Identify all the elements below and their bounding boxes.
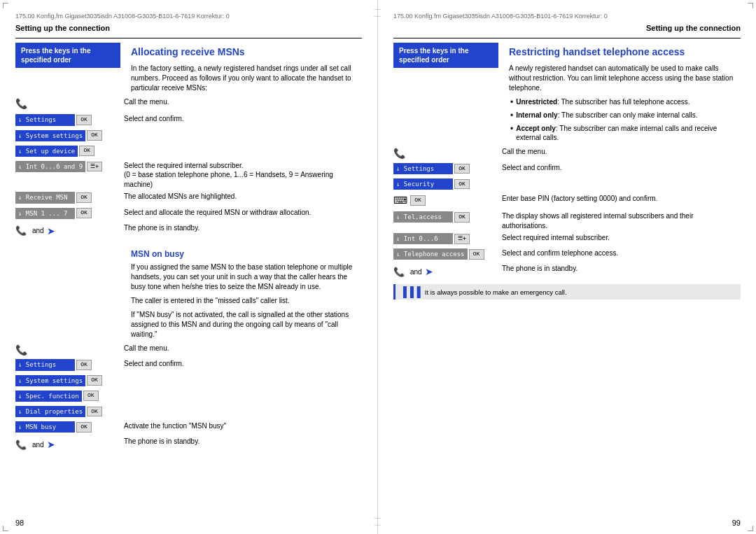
right-instr-telaccess: The display shows all registered interna… — [502, 211, 741, 230]
menu-row-rcvmsn: ↓ Receive MSN OK — [15, 192, 124, 203]
msn-instr-standby-2: The phone is in standby. — [124, 437, 362, 447]
right-phone-icon-1: 📞 — [393, 148, 405, 159]
bullet-text-2: Internal only: The subscriber can only m… — [516, 111, 697, 120]
right-left-panel-col: Press the keys in the specified order — [393, 43, 502, 147]
right-instr-telephone-access: Select and confirm telephone access. — [502, 248, 741, 258]
and-label-2: and — [32, 440, 44, 450]
msn-ok-specfn: OK — [83, 391, 99, 401]
menu-settings: ↓ Settings — [15, 114, 75, 125]
right-and-label: and — [410, 267, 422, 277]
and-label-1: and — [32, 226, 44, 236]
msn-ok-dialprop: OK — [87, 407, 102, 417]
msn-menu-row-specfn: ↓ Spec. function OK — [15, 391, 124, 402]
left-section-heading: Setting up the connection — [15, 24, 362, 32]
right-step-left-phone: 📞 — [393, 147, 502, 160]
step-row-rcvmsn: ↓ Receive MSN OK The allocated MSNs are … — [15, 192, 362, 204]
step-left-settings: ↓ Settings OK — [15, 114, 124, 127]
step-left-msn17: ↓ MSN 1 ... 7 OK — [15, 208, 124, 220]
msn-instr-settings: Select and confirm. — [124, 359, 362, 369]
step-left-rcvmsn: ↓ Receive MSN OK — [15, 192, 124, 204]
subsection2-title: MSN on busy — [131, 249, 362, 259]
msn-step-row-dialprop: ↓ Dial properties OK — [15, 406, 362, 419]
phone-and-2: 📞 — [15, 439, 27, 451]
msn-busy-header: MSN on busy If you assigned the same MSN… — [15, 244, 362, 344]
phone-icon-1: 📞 — [15, 97, 27, 111]
msn-step-row-settings: ↓ Settings OK Select and confirm. — [15, 359, 362, 372]
bullet-text-3: Accept only: The subscriber can make int… — [516, 124, 741, 143]
right-instr-settings: Select and confirm. — [502, 163, 741, 173]
menu-row-syssettings: ↓ System settings OK — [15, 130, 124, 141]
right-step-row-telephone-access: ↓ Telephone access OK Select and confirm… — [393, 248, 741, 261]
info-bar: ▐▐▐ It is always possible to make an eme… — [393, 284, 741, 300]
menu-row-msn17: ↓ MSN 1 ... 7 OK — [15, 208, 124, 219]
bullet-unrestricted: • Unrestricted: The subscriber has full … — [510, 97, 741, 108]
ok-settings: OK — [76, 115, 92, 125]
msn-busy-left-spacer — [15, 244, 124, 344]
right-arrow: ➤ — [425, 265, 433, 279]
subsection2-body1: If you assigned the same MSN to the base… — [131, 262, 362, 292]
right-step-row-telaccess: ↓ Tel.access OK The display shows all re… — [393, 211, 741, 230]
and-row-2: 📞 and ➤ — [15, 438, 124, 451]
msn-menu-row-msnbusy: ↓ MSN busy OK — [15, 421, 124, 433]
right-ok-settings: OK — [454, 164, 470, 174]
msn-menu-dialprop: ↓ Dial properties — [15, 406, 85, 417]
right-step-left-security: ↓ Security OK — [393, 178, 502, 191]
arrow-2: ➤ — [47, 438, 55, 451]
right-page: 175.00 Konfig.fm Gigaset3035isdn A31008-… — [378, 0, 756, 534]
right-menu-security: ↓ Security — [393, 178, 453, 190]
right-section-heading-wrapper: Setting up the connection — [393, 24, 741, 38]
step-instr-0: Call the menu. — [124, 97, 362, 107]
instr-msn17: Select and allocate the required MSN or … — [124, 208, 362, 218]
msn-step-left-settings: ↓ Settings OK — [15, 359, 124, 372]
msn-menu-row-settings: ↓ Settings OK — [15, 359, 124, 370]
msn-step-left-phone: 📞 — [15, 344, 124, 357]
right-step-row-pin: ⌨ OK Enter base PIN (factory setting 000… — [393, 194, 741, 209]
right-menu-row-telaccess: ↓ Tel.access OK — [393, 211, 502, 223]
step-row-settings: ↓ Settings OK Select and confirm. — [15, 114, 362, 127]
right-menu-row-pin: ⌨ OK — [393, 194, 502, 207]
steps-section1: 📞 Call the menu. ↓ Settings OK Select an… — [15, 97, 362, 239]
right-menu-row-settings: ↓ Settings OK — [393, 163, 502, 174]
instr-rcvmsn: The allocated MSNs are highlighted. — [124, 192, 362, 202]
phone-and-1: 📞 — [15, 225, 27, 237]
msn-menu-row-syssettings: ↓ System settings OK — [15, 375, 124, 386]
menu-syssettings: ↓ System settings — [15, 130, 85, 141]
right-subsection1-intro: A newly registered handset can automatic… — [509, 64, 741, 93]
ok-rcvmsn: OK — [76, 192, 92, 203]
bullet-text-1: Unrestricted: The subscriber has full te… — [516, 97, 690, 107]
instr-int069: Select the required internal subscriber.… — [124, 161, 362, 190]
subsection1-title: Allocating receive MSNs — [131, 45, 362, 59]
menu-rcvmsn: ↓ Receive MSN — [15, 192, 75, 203]
right-content-area: Press the keys in the specified order Re… — [393, 43, 741, 147]
msn-instr-msnbusy: Activate the function "MSN busy" — [124, 421, 362, 431]
right-divider — [393, 38, 741, 38]
msn-step-row-syssettings: ↓ System settings OK — [15, 375, 362, 388]
right-menu-telephone-access: ↓ Telephone access — [393, 248, 468, 260]
right-menu-telaccess: ↓ Tel.access — [393, 211, 453, 223]
msn-ok-msnbusy: OK — [76, 422, 92, 433]
step-row-setupdev: ↓ Set up device OK — [15, 146, 362, 158]
step-row: 📞 Call the menu. — [15, 97, 362, 112]
right-subsection1-title: Restricting handset telephone access — [509, 45, 741, 59]
left-divider — [15, 38, 362, 38]
right-ok-telaccess: OK — [454, 212, 470, 223]
bullet-list: • Unrestricted: The subscriber has full … — [509, 97, 741, 143]
step-row-int069: ↓ Int 0...6 and 9 ☰+ Select the required… — [15, 161, 362, 190]
msn-menu-specfn: ↓ Spec. function — [15, 391, 82, 402]
right-step-row-phone: 📞 Call the menu. — [393, 147, 741, 160]
instr-settings: Select and confirm. — [124, 114, 362, 124]
subsection1-intro: In the factory setting, a newly register… — [131, 64, 362, 93]
menu-row-1: 📞 — [15, 97, 124, 111]
step-left-and1: 📞 and ➤ — [15, 223, 124, 239]
right-menu-row-telephone-access: ↓ Telephone access OK — [393, 248, 502, 260]
right-right-text-col: Restricting handset telephone access A n… — [509, 43, 741, 147]
right-instr-phone: Call the menu. — [502, 147, 741, 157]
right-ok-telephone-access: OK — [469, 249, 484, 260]
right-step-row-and: 📞 and ➤ The phone is in standby. — [393, 264, 741, 280]
bullet-accept-only: • Accept only: The subscriber can make i… — [510, 124, 741, 143]
right-steps: 📞 Call the menu. ↓ Settings OK Select an… — [393, 147, 741, 300]
right-phone-and: 📞 — [393, 266, 405, 279]
right-step-left-telephone-access: ↓ Telephone access OK — [393, 248, 502, 261]
right-instr-pin: Enter base PIN (factory setting 0000) an… — [502, 194, 741, 204]
right-step-row-settings: ↓ Settings OK Select and confirm. — [393, 163, 741, 176]
